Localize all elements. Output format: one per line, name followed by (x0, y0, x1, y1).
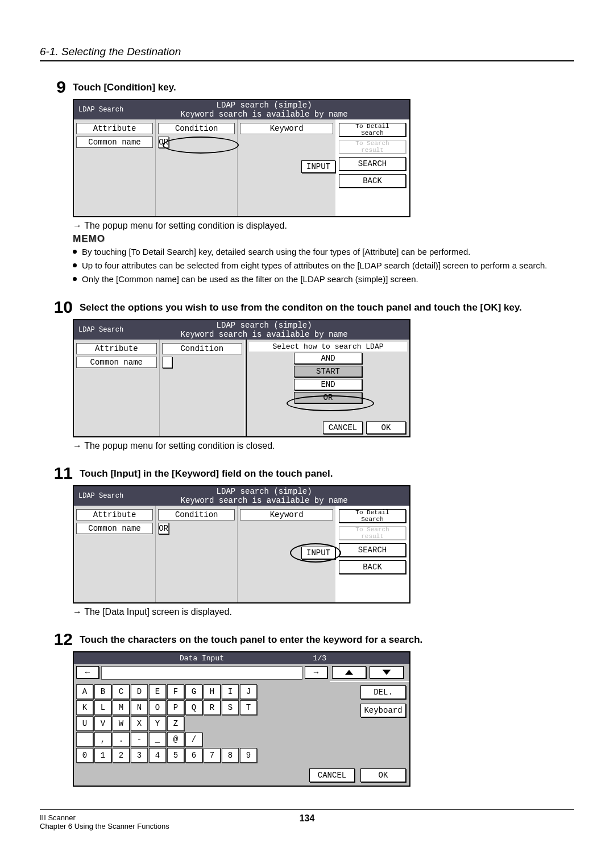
keyboard-key[interactable]: E (149, 684, 166, 699)
keyboard-key[interactable]: _ (149, 732, 166, 747)
condition-or-button-selected[interactable]: OR (162, 357, 173, 368)
keyboard-key[interactable]: B (94, 684, 111, 699)
ldap-simple-panel-9: LDAP Search LDAP search (simple) Keyword… (73, 99, 410, 217)
col-condition: Condition (162, 343, 243, 354)
keyboard-key[interactable]: C (113, 684, 130, 699)
keyboard-key[interactable]: 8 (222, 748, 239, 763)
keyboard-key[interactable]: 0 (76, 748, 93, 763)
input-button[interactable]: INPUT (301, 160, 335, 173)
keyboard-key[interactable]: 6 (185, 748, 202, 763)
keyboard-key[interactable]: / (185, 732, 202, 747)
keyboard-key[interactable]: V (94, 716, 111, 731)
keyboard-key[interactable]: , (94, 732, 111, 747)
keyboard-key[interactable]: 5 (167, 748, 184, 763)
search-button[interactable]: SEARCH (339, 543, 406, 557)
keyboard-key[interactable]: L (94, 700, 111, 715)
keyboard-key[interactable]: W (113, 716, 130, 731)
keyboard-key[interactable]: O (149, 700, 166, 715)
cursor-left-button[interactable]: ← (76, 666, 99, 679)
keyboard-key[interactable]: N (131, 700, 148, 715)
col-attribute: Attribute (76, 509, 153, 520)
keyboard-key[interactable]: 9 (240, 748, 257, 763)
popup-start-button[interactable]: START (294, 366, 362, 377)
step-title-10: Select the options you wish to use from … (80, 299, 574, 313)
kbd-cancel-button[interactable]: CANCEL (309, 768, 355, 782)
keyboard-key[interactable]: I (222, 684, 239, 699)
svg-marker-0 (345, 670, 353, 675)
keyboard-key[interactable]: Z (167, 716, 184, 731)
keyboard-key[interactable]: R (204, 700, 221, 715)
step-title-11: Touch [Input] in the [Keyword] field on … (80, 465, 574, 480)
keyboard-key[interactable]: 7 (204, 748, 221, 763)
step-number-11: 11 (40, 465, 80, 482)
condition-or-button[interactable]: OR (158, 137, 169, 148)
condition-or-button[interactable]: OR (158, 523, 169, 534)
keyboard-grid: ABCDEFGHIJKLMNOPQRSTUVWXYZ ,.-_@/0123456… (74, 682, 325, 766)
memo-item: Up to four attributes can be selected fr… (73, 259, 574, 272)
popup-and-button[interactable]: AND (294, 353, 362, 364)
keyboard-key[interactable]: @ (167, 732, 184, 747)
step-10: 10 Select the options you wish to use fr… (40, 299, 574, 316)
data-input-panel: Data Input 1/3 ← → (73, 651, 410, 787)
keyboard-key[interactable]: P (167, 700, 184, 715)
input-button[interactable]: INPUT (301, 547, 335, 559)
memo-list: By touching [To Detail Search] key, deta… (73, 246, 574, 285)
keyboard-key[interactable]: 2 (113, 748, 130, 763)
col-keyword: Keyword (240, 123, 333, 134)
down-wedge-icon (381, 668, 392, 676)
step-number-12: 12 (40, 631, 80, 648)
keyboard-mode-button[interactable]: Keyboard (360, 704, 406, 717)
keyboard-key[interactable]: K (76, 700, 93, 715)
keyboard-key[interactable]: H (204, 684, 221, 699)
step-title-9: Touch [Condition] key. (73, 78, 574, 93)
keyboard-key[interactable]: M (113, 700, 130, 715)
section-heading: 6-1. Selecting the Destination (40, 46, 574, 61)
cursor-right-button[interactable]: → (305, 666, 327, 679)
del-button[interactable]: DEL. (360, 685, 406, 699)
panel-screen-title: LDAP Search (78, 106, 123, 114)
keyboard-key[interactable]: G (185, 684, 202, 699)
keyboard-key[interactable]: U (76, 716, 93, 731)
keyboard-key[interactable]: Q (185, 700, 202, 715)
step-title-12: Touch the characters on the touch panel … (80, 631, 574, 646)
to-detail-search-button[interactable]: To Detail Search (339, 123, 406, 137)
ldap-simple-panel-10: LDAP Search LDAP search (simple) Keyword… (73, 319, 410, 437)
popup-or-button[interactable]: OR (294, 392, 362, 403)
keyboard-key[interactable]: - (131, 732, 148, 747)
keyboard-key[interactable]: J (240, 684, 257, 699)
keyboard-key[interactable]: 3 (131, 748, 148, 763)
step-number-10: 10 (40, 299, 80, 316)
attr-common-name: Common name (76, 523, 153, 534)
to-detail-search-button[interactable]: To Detail Search (339, 509, 406, 523)
col-condition: Condition (158, 123, 235, 134)
back-button[interactable]: BACK (339, 560, 406, 574)
data-input-up-button[interactable] (332, 666, 366, 679)
col-attribute: Attribute (76, 343, 157, 354)
keyboard-key[interactable]: T (240, 700, 257, 715)
step-number-9: 9 (40, 78, 73, 96)
keyboard-key[interactable]: 4 (149, 748, 166, 763)
keyboard-key[interactable]: Y (149, 716, 166, 731)
popup-ok-button[interactable]: OK (366, 421, 406, 434)
memo-item: By touching [To Detail Search] key, deta… (73, 246, 574, 258)
back-button[interactable]: BACK (339, 174, 406, 188)
keyboard-key[interactable]: D (131, 684, 148, 699)
step-12: 12 Touch the characters on the touch pan… (40, 631, 574, 648)
popup-end-button[interactable]: END (294, 379, 362, 390)
up-wedge-icon (344, 668, 354, 676)
step-9: 9 Touch [Condition] key. (40, 78, 574, 96)
keyboard-key[interactable]: X (131, 716, 148, 731)
to-search-result-button: To Search result (339, 526, 406, 540)
keyboard-key[interactable]: . (113, 732, 130, 747)
keyboard-key[interactable]: S (222, 700, 239, 715)
step-11: 11 Touch [Input] in the [Keyword] field … (40, 465, 574, 482)
search-button[interactable]: SEARCH (339, 157, 406, 171)
data-input-down-button[interactable] (370, 666, 404, 679)
popup-cancel-button[interactable]: CANCEL (323, 421, 363, 434)
keyboard-key[interactable]: A (76, 684, 93, 699)
keyboard-key[interactable]: 1 (94, 748, 111, 763)
data-input-page: 1/3 (313, 654, 326, 663)
keyboard-key[interactable]: F (167, 684, 184, 699)
kbd-ok-button[interactable]: OK (360, 768, 406, 782)
keyboard-key[interactable] (76, 732, 93, 747)
